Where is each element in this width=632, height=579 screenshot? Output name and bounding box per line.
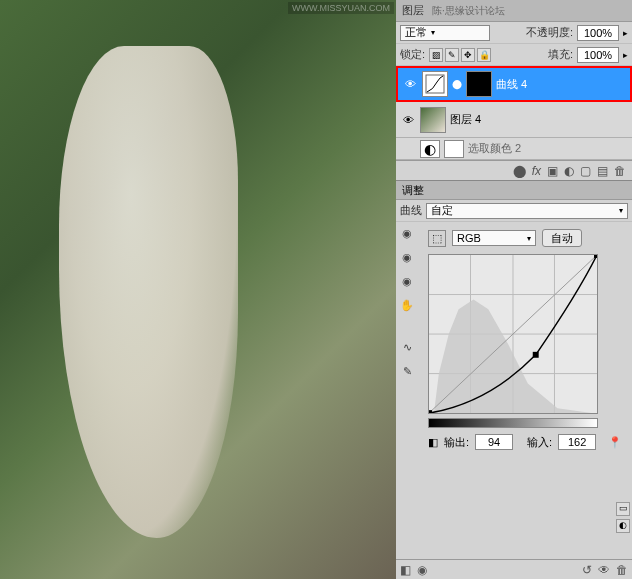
- input-label: 输入:: [527, 435, 552, 450]
- lock-options: ▨ ✎ ✥ 🔒: [429, 48, 491, 62]
- layers-footer: ⬤ fx ▣ ◐ ▢ ▤ 🗑: [396, 160, 632, 180]
- adjustments-tab-label: 调整: [402, 183, 424, 198]
- preset-value: 自定: [431, 203, 453, 218]
- auto-button[interactable]: 自动: [542, 229, 582, 247]
- panels-sidebar: 图层 陈·思缘设计论坛 正常 ▾ 不透明度: 100% ▸ 锁定: ▨ ✎ ✥ …: [396, 0, 632, 579]
- opacity-label: 不透明度:: [526, 25, 573, 40]
- image-canvas[interactable]: WWW.MISSYUAN.COM: [0, 0, 396, 579]
- lock-all-icon[interactable]: 🔒: [477, 48, 491, 62]
- fill-input[interactable]: 100%: [577, 47, 619, 63]
- output-value[interactable]: 94: [475, 434, 513, 450]
- blend-mode-row: 正常 ▾ 不透明度: 100% ▸: [396, 22, 632, 44]
- watermark-url: WWW.MISSYUAN.COM: [288, 2, 394, 14]
- curves-svg: [429, 255, 597, 413]
- blend-mode-dropdown[interactable]: 正常 ▾: [400, 25, 490, 41]
- chevron-down-icon: ▾: [619, 206, 623, 215]
- blend-mode-value: 正常: [405, 25, 427, 40]
- curves-preset-row: 曲线 自定 ▾: [396, 200, 632, 222]
- lock-position-icon[interactable]: ✥: [461, 48, 475, 62]
- clip-icon[interactable]: ◧: [428, 436, 438, 449]
- svg-rect-11: [594, 255, 597, 258]
- lock-row: 锁定: ▨ ✎ ✥ 🔒 填充: 100% ▸: [396, 44, 632, 66]
- layer-row-selcolor[interactable]: ◐ 选取颜色 2: [396, 138, 632, 160]
- svg-rect-0: [426, 75, 444, 93]
- layers-list: 👁 ⬤ 曲线 4 👁 图层 4 ◐ 选取颜色 2: [396, 66, 632, 160]
- lock-transparent-icon[interactable]: ▨: [429, 48, 443, 62]
- curves-type-label: 曲线: [400, 203, 422, 218]
- fx-icon[interactable]: fx: [532, 164, 541, 178]
- output-input-row: ◧ 输出: 94 输入: 162 📍: [428, 434, 628, 450]
- pin-icon[interactable]: 📍: [608, 436, 622, 449]
- layer-row-curves[interactable]: 👁 ⬤ 曲线 4: [396, 66, 632, 102]
- curves-panel: ◉ ◉ ◉ ✋ ∿ ✎ ⬚ RGB ▾ 自动: [396, 222, 632, 559]
- mask-icon[interactable]: ▣: [547, 164, 558, 178]
- eyedropper-icon[interactable]: ◉: [398, 224, 416, 242]
- input-value[interactable]: 162: [558, 434, 596, 450]
- adjustment-thumb[interactable]: ◐: [420, 140, 440, 158]
- reset-icon[interactable]: ↺: [582, 563, 592, 577]
- visibility-icon[interactable]: 👁: [402, 76, 418, 92]
- fill-label: 填充:: [548, 47, 573, 62]
- eyedropper-plus-icon[interactable]: ◉: [398, 248, 416, 266]
- curves-graph[interactable]: [428, 254, 598, 414]
- side-btn-1[interactable]: ▭: [616, 502, 630, 516]
- group-icon[interactable]: ▢: [580, 164, 591, 178]
- output-label: 输出:: [444, 435, 469, 450]
- svg-rect-10: [429, 410, 432, 413]
- clip-to-layer-icon[interactable]: ◧: [400, 563, 411, 577]
- opacity-input[interactable]: 100%: [577, 25, 619, 41]
- layer-mask-thumb[interactable]: [444, 140, 464, 158]
- adjustment-icon[interactable]: ◐: [564, 164, 574, 178]
- layers-tab-label: 图层: [402, 3, 424, 18]
- lock-label: 锁定:: [400, 47, 425, 62]
- channel-dropdown[interactable]: RGB ▾: [452, 230, 536, 246]
- chevron-right-icon[interactable]: ▸: [623, 50, 628, 60]
- eyedropper-minus-icon[interactable]: ◉: [398, 272, 416, 290]
- adjustments-panel-tab[interactable]: 调整: [396, 180, 632, 200]
- visibility-icon[interactable]: [400, 141, 416, 157]
- input-gradient[interactable]: [428, 418, 598, 428]
- lock-pixels-icon[interactable]: ✎: [445, 48, 459, 62]
- histogram-icon[interactable]: ⬚: [428, 230, 446, 247]
- curve-point-icon[interactable]: ∿: [398, 338, 416, 356]
- hand-tool-icon[interactable]: ✋: [398, 296, 416, 314]
- trash-icon[interactable]: 🗑: [614, 164, 626, 178]
- layers-panel-tab[interactable]: 图层 陈·思缘设计论坛: [396, 0, 632, 22]
- layer-row-image[interactable]: 👁 图层 4: [396, 102, 632, 138]
- trash-icon[interactable]: 🗑: [616, 563, 628, 577]
- new-layer-icon[interactable]: ▤: [597, 164, 608, 178]
- image-thumb[interactable]: [420, 107, 446, 133]
- adjustments-footer: ◧ ◉ ↺ 👁 🗑: [396, 559, 632, 579]
- layer-name[interactable]: 选取颜色 2: [468, 141, 521, 156]
- view-previous-icon[interactable]: ◉: [417, 563, 427, 577]
- layer-mask-thumb[interactable]: [466, 71, 492, 97]
- preset-dropdown[interactable]: 自定 ▾: [426, 203, 628, 219]
- link-layers-icon[interactable]: ⬤: [513, 164, 526, 178]
- layer-name[interactable]: 曲线 4: [496, 77, 527, 92]
- chevron-down-icon: ▾: [527, 234, 531, 243]
- visibility-icon[interactable]: 👁: [400, 112, 416, 128]
- watermark-label: 陈·思缘设计论坛: [432, 4, 505, 18]
- visibility-toggle-icon[interactable]: 👁: [598, 563, 610, 577]
- pencil-icon[interactable]: ✎: [398, 362, 416, 380]
- layer-name[interactable]: 图层 4: [450, 112, 481, 127]
- svg-rect-9: [533, 352, 539, 358]
- chevron-down-icon: ▾: [431, 28, 435, 37]
- channel-value: RGB: [457, 232, 481, 244]
- curves-thumb-icon[interactable]: [422, 71, 448, 97]
- link-icon: ⬤: [452, 79, 462, 89]
- chevron-right-icon[interactable]: ▸: [623, 28, 628, 38]
- side-btn-2[interactable]: ◐: [616, 519, 630, 533]
